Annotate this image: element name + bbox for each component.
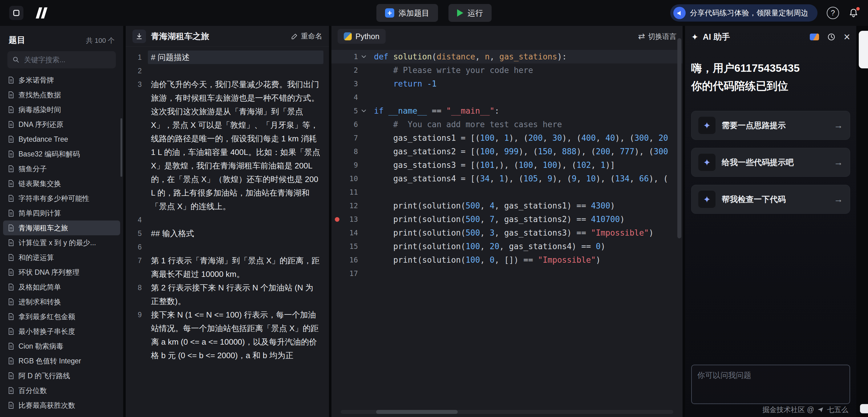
line-number: 3	[126, 77, 148, 213]
ai-suggestion-card[interactable]: ✦ 帮我检查一下代码 →	[691, 185, 850, 214]
sidebar-item[interactable]: 多米诺骨牌	[3, 73, 120, 88]
sidebar-item[interactable]: 病毒感染时间	[3, 102, 120, 117]
breakpoint-gutter[interactable]	[332, 163, 343, 167]
code-line[interactable]: 12 print(solution(500, 4, gas_stations1)…	[332, 199, 683, 213]
sidebar-item[interactable]: 字符串有多少种可能性	[3, 191, 120, 206]
problem-content[interactable]: 1 # 问题描述 2 3 油价飞升的今天，我们尽量减少花费。我们出门旅游，有时候…	[126, 47, 329, 417]
code-line[interactable]: 6 # You can add more test cases here	[332, 118, 683, 131]
sidebar-item[interactable]: 和的逆运算	[3, 250, 120, 265]
sidebar-item[interactable]: RGB 色值转 Integer	[3, 354, 120, 368]
code-line[interactable]: 15 print(solution(100, 20, gas_stations4…	[332, 239, 683, 253]
sidebar-item[interactable]: 环状 DNA 序列整理	[3, 265, 120, 280]
code-line[interactable]: 11	[332, 185, 683, 199]
code-line[interactable]: 9 gas_stations3 = [(101,), (100, 100), (…	[332, 158, 683, 172]
breakpoint-gutter[interactable]	[332, 136, 343, 140]
history-button[interactable]	[827, 33, 836, 41]
document-icon	[8, 387, 14, 394]
search-box[interactable]	[7, 51, 116, 68]
fold-toggle[interactable]	[358, 109, 370, 113]
help-button[interactable]: ?	[827, 7, 839, 19]
editor-vertical-scrollbar[interactable]	[677, 38, 681, 238]
breakpoint-gutter[interactable]	[332, 203, 343, 208]
language-chip[interactable]: Python	[338, 29, 385, 44]
sidebar-item[interactable]: 计算位置 x 到 y 的最少...	[3, 235, 120, 250]
search-input[interactable]	[23, 56, 111, 64]
help-label: ?	[831, 9, 835, 17]
run-button[interactable]: 运行	[448, 4, 492, 22]
code-editor[interactable]: 1 def solution(distance, n, gas_stations…	[332, 47, 683, 417]
promo-banner[interactable]: 分享代码练习体验，领限量定制周边	[670, 4, 817, 22]
code-line[interactable]: 14 print(solution(500, 3, gas_stations3)…	[332, 226, 683, 239]
sidebar-item[interactable]: 简单四则计算	[3, 206, 120, 221]
ai-suggestion-card[interactable]: ✦ 需要一点思路提示 →	[691, 111, 850, 140]
ai-suggestion-card[interactable]: ✦ 给我一些代码提示吧 →	[691, 148, 850, 177]
code-line[interactable]: 5 if __name__ == "__main__":	[332, 104, 683, 118]
breakpoint-gutter[interactable]	[332, 149, 343, 154]
sidebar-item[interactable]: Cion 勒索病毒	[3, 339, 120, 354]
code-line[interactable]: 8 gas_stations2 = [(100, 999), (150, 888…	[332, 145, 683, 158]
breakpoint-gutter[interactable]	[332, 190, 343, 195]
rename-label: 重命名	[301, 31, 322, 41]
floating-widget-collapsed[interactable]	[859, 31, 868, 68]
code-line-number: 1	[343, 53, 358, 61]
sidebar-item[interactable]: Base32 编码和解码	[3, 147, 120, 161]
sidebar-item[interactable]: 比赛最高获胜次数	[3, 398, 120, 413]
breakpoint-gutter[interactable]	[332, 95, 343, 100]
breakpoint-gutter[interactable]	[332, 217, 343, 222]
editor-horizontal-scrollbar-track	[341, 410, 673, 414]
sidebar-item[interactable]: 百分位数	[3, 383, 120, 398]
sidebar-item[interactable]: 拿到最多红包金额	[3, 309, 120, 324]
breakpoint-gutter[interactable]	[332, 177, 343, 181]
sidebar-item[interactable]: 链表聚集交换	[3, 176, 120, 191]
breakpoint-dot	[335, 217, 339, 222]
breakpoint-gutter[interactable]	[332, 258, 343, 262]
app-menu-button[interactable]	[9, 6, 23, 20]
fold-toggle[interactable]	[358, 55, 370, 58]
breakpoint-gutter[interactable]	[332, 68, 343, 73]
breakpoint-gutter[interactable]	[332, 109, 343, 113]
sidebar-item[interactable]: DNA 序列还原	[3, 117, 120, 132]
add-problem-button[interactable]: + 添加题目	[376, 4, 438, 22]
sidebar-item-label: 比赛最高获胜次数	[19, 401, 75, 410]
code-line[interactable]: 16 print(solution(100, 0, []) == "Imposs…	[332, 253, 683, 267]
ai-question-input[interactable]	[692, 365, 849, 404]
download-button[interactable]	[132, 30, 146, 43]
main-area: 题目 共 100 个	[0, 26, 868, 417]
code-line[interactable]: 3 return -1	[332, 77, 683, 91]
code-line[interactable]: 2 # Please write your code here	[332, 63, 683, 77]
theme-palette-icon[interactable]	[810, 34, 819, 40]
breakpoint-gutter[interactable]	[332, 55, 343, 59]
sidebar-item[interactable]: 及格如此简单	[3, 280, 120, 294]
sidebar-item[interactable]: Bytedance Tree	[3, 132, 120, 147]
floating-widget-bottom[interactable]	[860, 404, 868, 413]
sidebar-item[interactable]: 阿 D 的飞行路线	[3, 368, 120, 383]
rename-button[interactable]: 重命名	[291, 31, 322, 41]
document-icon	[8, 254, 14, 261]
code-line[interactable]: 17	[332, 267, 683, 280]
download-icon	[135, 33, 143, 40]
sidebar-item[interactable]: 最小替换子串长度	[3, 324, 120, 339]
sidebar-item[interactable]: 查找热点数据	[3, 88, 120, 102]
code-line[interactable]: 1 def solution(distance, n, gas_stations…	[332, 50, 683, 63]
breakpoint-gutter[interactable]	[332, 244, 343, 249]
sidebar-item[interactable]: 进制求和转换	[3, 294, 120, 309]
notifications-button[interactable]	[848, 8, 859, 18]
close-button[interactable]: ×	[844, 31, 850, 42]
sidebar-item[interactable]: 青海湖租车之旅	[3, 221, 120, 235]
app-root: + 添加题目 运行 分享代码练习体验，领限量定制周边 ?	[0, 0, 868, 417]
sidebar-item-label: 猫鱼分子	[19, 164, 47, 174]
code-line[interactable]: 13 print(solution(500, 7, gas_stations2)…	[332, 213, 683, 226]
sidebar-item[interactable]: 猫鱼分子	[3, 161, 120, 176]
editor-horizontal-scrollbar[interactable]	[376, 410, 458, 414]
breakpoint-gutter[interactable]	[332, 122, 343, 127]
code-text: return -1	[370, 79, 437, 88]
sidebar-scrollbar[interactable]	[120, 118, 122, 177]
code-line[interactable]: 4	[332, 91, 683, 104]
breakpoint-gutter[interactable]	[332, 231, 343, 235]
breakpoint-gutter[interactable]	[332, 271, 343, 276]
breakpoint-gutter[interactable]	[332, 82, 343, 86]
code-line[interactable]: 7 gas_stations1 = [(100, 1), (200, 30), …	[332, 131, 683, 145]
code-line[interactable]: 10 gas_stations4 = [(34, 1), (105, 9), (…	[332, 172, 683, 185]
switch-language-button[interactable]: ⇄ 切换语言	[638, 32, 676, 41]
ai-input-box[interactable]	[691, 365, 850, 404]
